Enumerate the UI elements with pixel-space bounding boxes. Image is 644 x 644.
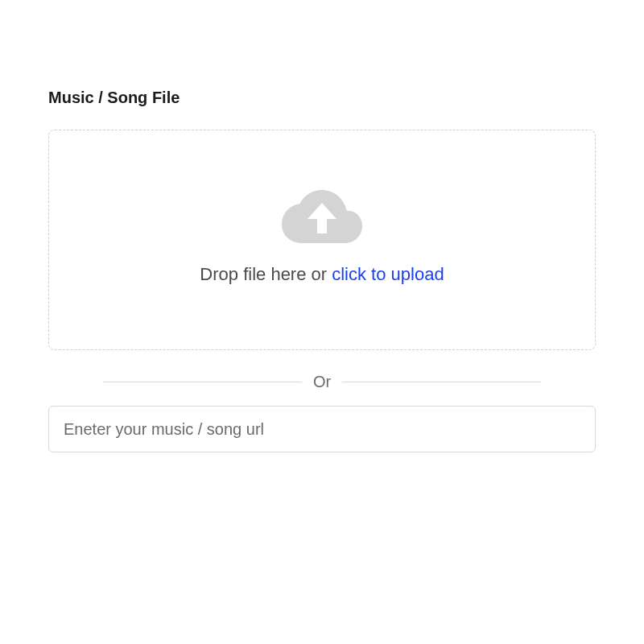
upload-section: Music / Song File Drop file here or clic…	[0, 0, 644, 452]
section-title: Music / Song File	[48, 89, 596, 107]
dropzone-text: Drop file here or click to upload	[200, 264, 444, 285]
file-dropzone[interactable]: Drop file here or click to upload	[48, 130, 596, 350]
divider-line-left	[103, 382, 302, 382]
music-url-input[interactable]	[48, 406, 596, 452]
cloud-upload-icon	[282, 187, 362, 243]
dropzone-prefix-text: Drop file here or	[200, 264, 332, 284]
divider-label: Or	[302, 373, 342, 391]
click-to-upload-link[interactable]: click to upload	[332, 264, 444, 284]
divider-line-right	[342, 382, 541, 382]
divider: Or	[103, 373, 541, 391]
